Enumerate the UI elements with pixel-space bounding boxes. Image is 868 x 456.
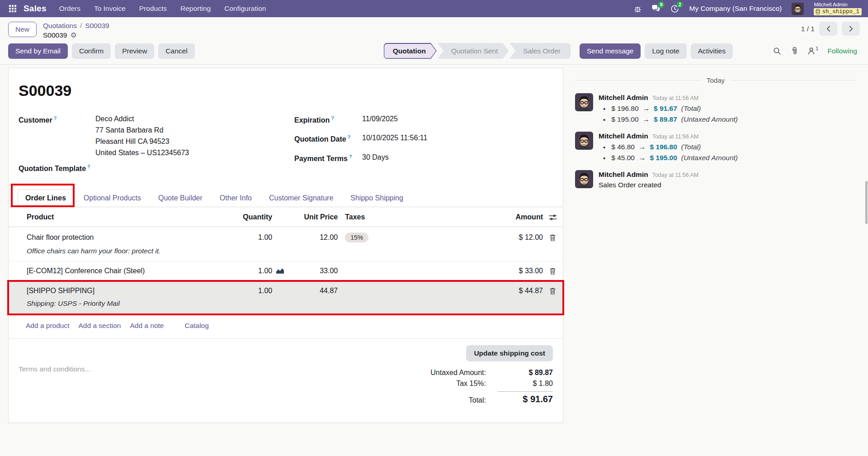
tab-shippo-shipping[interactable]: Shippo Shipping	[343, 190, 410, 207]
delete-line-icon[interactable]	[543, 234, 563, 242]
delete-line-icon[interactable]	[543, 267, 563, 275]
help-marker-icon[interactable]: ?	[54, 115, 57, 121]
preview-button[interactable]: Preview	[115, 43, 154, 59]
avatar	[575, 170, 593, 188]
message-author[interactable]: Mitchell Admin	[599, 171, 648, 179]
user-avatar[interactable]	[792, 3, 804, 15]
message-timestamp: Today at 11:56 AM	[652, 133, 699, 140]
help-marker-icon[interactable]: ?	[349, 154, 352, 159]
message-timestamp: Today at 11:56 AM	[652, 95, 699, 101]
activities-button[interactable]: Activities	[691, 43, 733, 59]
order-line-row[interactable]: [E-COM12] Conference Chair (Steel) 1.00 …	[9, 261, 563, 281]
breadcrumb-quotations-link[interactable]: Quotations	[43, 22, 77, 30]
order-lines-table: Product Quantity Unit Price Taxes Amount	[9, 207, 563, 339]
new-value: $ 196.80	[650, 143, 677, 151]
followers-button[interactable]: 1	[807, 47, 818, 55]
quotation-date-field[interactable]: 10/10/2025 11:56:11	[362, 134, 553, 142]
message-author[interactable]: Mitchell Admin	[599, 132, 648, 140]
help-marker-icon[interactable]: ?	[331, 115, 334, 121]
tab-other-info[interactable]: Other Info	[212, 190, 259, 207]
menu-products[interactable]: Products	[139, 0, 167, 17]
menu-reporting[interactable]: Reporting	[180, 0, 211, 17]
log-note-button[interactable]: Log note	[645, 43, 686, 59]
old-value: $ 195.00	[611, 115, 638, 124]
activities-badge: 2	[676, 1, 684, 8]
messages-badge: 9	[658, 1, 665, 8]
untaxed-amount-value: $ 89.87	[498, 369, 553, 377]
field-name: (Total)	[681, 104, 701, 113]
customer-name-field[interactable]: Deco Addict	[95, 115, 294, 123]
confirm-button[interactable]: Confirm	[72, 43, 111, 59]
status-step-quotation-sent[interactable]: Quotation Sent	[438, 43, 509, 59]
arrow-right-icon: →	[639, 154, 646, 162]
new-button[interactable]: New	[8, 22, 37, 37]
breadcrumb-current-link[interactable]: S00039	[85, 22, 109, 30]
menu-orders[interactable]: Orders	[59, 0, 80, 17]
tax-tag[interactable]: 15%	[345, 233, 368, 242]
gear-icon[interactable]: ⚙	[70, 32, 76, 39]
quotation-template-field[interactable]	[95, 163, 294, 173]
app-name[interactable]: Sales	[24, 4, 47, 14]
col-header-product[interactable]: Product	[27, 213, 222, 221]
search-messages-icon[interactable]	[773, 47, 781, 55]
help-marker-icon[interactable]: ?	[348, 134, 351, 140]
help-marker-icon[interactable]: ?	[87, 164, 90, 169]
company-switcher[interactable]: My Company (San Francisco)	[689, 5, 782, 13]
tab-customer-signature[interactable]: Customer Signature	[262, 190, 340, 207]
old-value: $ 45.00	[611, 154, 635, 162]
col-header-amount[interactable]: Amount	[412, 213, 543, 221]
col-header-quantity[interactable]: Quantity	[222, 213, 272, 221]
col-header-unit-price[interactable]: Unit Price	[286, 213, 338, 221]
following-toggle[interactable]: Following	[828, 47, 857, 55]
pager-next-button[interactable]	[842, 22, 860, 36]
followers-count: 1	[816, 46, 818, 51]
avatar	[575, 132, 593, 150]
expiration-label: Expiration?	[294, 115, 362, 124]
quotation-date-label: Quotation Date?	[294, 134, 362, 143]
status-step-sales-order[interactable]: Sales Order	[509, 43, 571, 59]
pager-previous-button[interactable]	[819, 22, 837, 36]
optional-columns-icon[interactable]	[543, 214, 563, 221]
attachments-paperclip-icon[interactable]	[790, 47, 798, 55]
vertical-scrollbar[interactable]	[865, 181, 868, 224]
amount-cell: $ 44.87	[412, 287, 543, 295]
send-message-button[interactable]: Send message	[580, 43, 641, 59]
payment-terms-field[interactable]: 30 Days	[362, 153, 553, 162]
expiration-field[interactable]: 11/09/2025	[362, 115, 553, 123]
menu-to-invoice[interactable]: To Invoice	[94, 0, 126, 17]
delete-line-icon[interactable]	[543, 287, 563, 295]
add-a-section-link[interactable]: Add a section	[79, 322, 121, 330]
tab-quote-builder[interactable]: Quote Builder	[151, 190, 210, 207]
add-a-note-link[interactable]: Add a note	[130, 322, 164, 330]
status-step-quotation[interactable]: Quotation	[384, 43, 437, 59]
apps-menu-icon[interactable]	[9, 5, 16, 12]
menu-configuration[interactable]: Configuration	[224, 0, 266, 17]
notebook-tabs: Order Lines Optional Products Quote Buil…	[9, 186, 563, 207]
order-line-row[interactable]: Chair floor protection 1.00 12.00 15% $ …	[9, 227, 563, 261]
follower-person-icon	[807, 47, 815, 55]
user-menu[interactable]: Mitchell Admin sh_shippo_1	[814, 2, 862, 16]
messages-icon[interactable]: 9	[651, 5, 660, 13]
debug-bug-icon[interactable]	[634, 5, 642, 13]
quantity-cell: 1.00	[222, 267, 272, 275]
col-header-taxes[interactable]: Taxes	[338, 213, 412, 221]
tracked-value-change: • $ 46.80 → $ 196.80 (Total)	[603, 143, 738, 151]
forecast-availability-icon[interactable]	[276, 268, 286, 274]
quotation-template-label: Quotation Template?	[19, 163, 95, 173]
message-author[interactable]: Mitchell Admin	[599, 94, 648, 102]
chevron-right-icon	[849, 26, 853, 32]
cancel-button[interactable]: Cancel	[158, 43, 194, 59]
send-by-email-button[interactable]: Send by Email	[8, 43, 68, 59]
amount-cell: $ 33.00	[412, 267, 543, 275]
statusbar: Quotation Quotation Sent Sales Order	[384, 43, 571, 59]
tab-optional-products[interactable]: Optional Products	[76, 190, 148, 207]
tab-order-lines[interactable]: Order Lines	[18, 189, 74, 207]
update-shipping-cost-button[interactable]: Update shipping cost	[466, 345, 553, 361]
terms-and-conditions-input[interactable]: Terms and conditions...	[19, 365, 90, 404]
odoo-sales-app: Sales Orders To Invoice Products Reporti…	[0, 0, 868, 456]
order-line-row-shippo[interactable]: [SHIPPO SHIPPING] 1.00 44.87 $ 44.87 Shi…	[9, 281, 563, 314]
activities-clock-icon[interactable]: 2	[670, 5, 679, 13]
catalog-link[interactable]: Catalog	[184, 322, 208, 330]
field-name: (Total)	[681, 143, 701, 151]
add-a-product-link[interactable]: Add a product	[26, 322, 70, 330]
